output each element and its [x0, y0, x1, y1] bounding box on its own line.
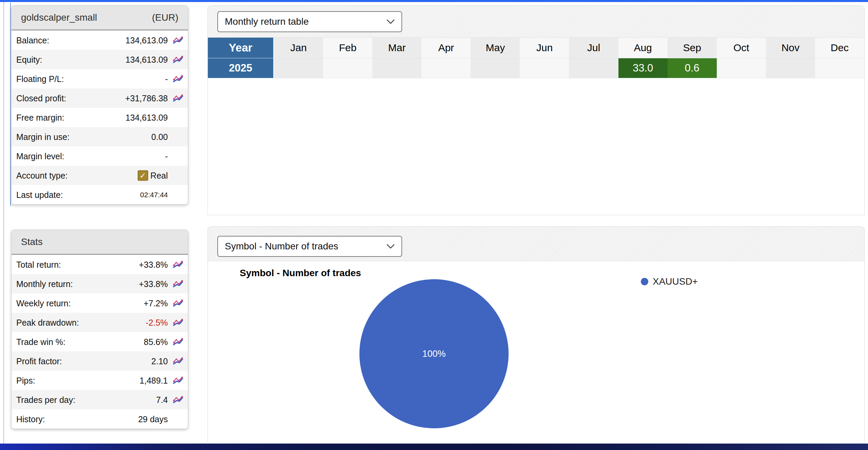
- stats-panel: Stats Total return:+33.8% Monthly return…: [11, 230, 188, 429]
- monthly-return-table: YearJanFebMarAprMayJunJulAugSepOctNovDec…: [208, 38, 864, 78]
- account-row-value: ✓Real: [138, 170, 168, 181]
- stats-panel-header: Stats: [12, 230, 188, 255]
- month-value-cell: [372, 58, 421, 78]
- stats-row-value: +7.2%: [143, 298, 168, 308]
- sparkline-chart-icon[interactable]: [172, 279, 185, 289]
- sparkline-chart-icon[interactable]: [172, 356, 185, 367]
- account-row-value: 134,613.09: [125, 35, 168, 45]
- symbol-chart-panel: Symbol - Number of trades Symbol - Numbe…: [208, 226, 865, 442]
- month-header-cell: Nov: [766, 38, 815, 58]
- page: goldscalper_small (EUR) Balance:134,613.…: [0, 0, 868, 450]
- account-row-label: Margin level:: [16, 151, 64, 161]
- account-title: goldscalper_small: [21, 12, 97, 23]
- stats-row-label: Total return:: [16, 260, 61, 269]
- stats-row: Weekly return:+7.2%: [12, 293, 188, 313]
- account-panel-header: goldscalper_small (EUR): [12, 6, 188, 30]
- legend-item[interactable]: XAUUSD+: [641, 276, 698, 287]
- chevron-down-icon: [387, 244, 395, 249]
- stats-row-label: Trade win %:: [16, 337, 65, 347]
- month-value-cell: [471, 58, 520, 78]
- table-header-row: YearJanFebMarAprMayJunJulAugSepOctNovDec: [208, 38, 864, 58]
- month-header-cell: Jan: [274, 38, 323, 58]
- stats-row-label: Weekly return:: [16, 298, 71, 308]
- bottom-bar: [0, 444, 868, 450]
- account-row: Margin in use:0.00: [12, 127, 188, 146]
- stats-row-value: 29 days: [138, 414, 168, 424]
- symbol-panel-toolbar: Symbol - Number of trades: [208, 227, 864, 261]
- monthly-panel-toolbar: Monthly return table: [208, 6, 864, 38]
- account-row: Closed profit:+31,786.38: [12, 88, 188, 108]
- sparkline-chart-icon[interactable]: [172, 35, 185, 46]
- icon-placeholder: [172, 112, 185, 123]
- sparkline-chart-icon[interactable]: [172, 394, 185, 405]
- stats-row-label: Monthly return:: [16, 279, 73, 289]
- sparkline-chart-icon[interactable]: [172, 93, 185, 104]
- stats-rows: Total return:+33.8% Monthly return:+33.8…: [12, 255, 188, 429]
- sparkline-chart-icon[interactable]: [172, 74, 185, 84]
- stats-row: Pips:1,489.1: [12, 371, 188, 390]
- month-value-cell: [274, 58, 323, 78]
- month-value-cell: 0.6: [668, 58, 717, 78]
- real-account-checkbox: ✓: [138, 170, 148, 181]
- stats-row: History:29 days: [12, 409, 188, 429]
- month-value-cell: 33.0: [618, 58, 668, 78]
- stats-row-value: 85.6%: [144, 337, 168, 347]
- account-rows: Balance:134,613.09 Equity:134,613.09 Flo…: [12, 30, 188, 204]
- stats-row-value: 2.10: [151, 356, 168, 366]
- month-value-cell: [421, 58, 471, 78]
- sparkline-chart-icon[interactable]: [172, 54, 185, 65]
- month-value-cell: [520, 58, 569, 78]
- account-row: Equity:134,613.09: [12, 50, 188, 69]
- account-row-label: Last update:: [16, 190, 63, 200]
- month-header-cell: Jul: [569, 38, 618, 58]
- stats-row-value: +33.8%: [139, 260, 168, 269]
- monthly-view-select[interactable]: Monthly return table: [217, 11, 402, 32]
- month-header-cell: Feb: [323, 38, 372, 58]
- monthly-return-panel: Monthly return table YearJanFebMarAprMay…: [208, 5, 865, 215]
- sparkline-chart-icon[interactable]: [172, 375, 185, 386]
- month-header-cell: Dec: [815, 38, 864, 58]
- symbol-view-select[interactable]: Symbol - Number of trades: [217, 236, 402, 257]
- month-value-cell: [717, 58, 766, 78]
- legend-label: XAUUSD+: [653, 276, 698, 287]
- sparkline-chart-icon[interactable]: [172, 317, 185, 328]
- stats-row-label: Profit factor:: [16, 356, 62, 366]
- pie-chart-area: Symbol - Number of trades 100% XAUUSD+: [208, 261, 864, 442]
- account-currency: (EUR): [152, 12, 178, 23]
- account-row-value: 0.00: [151, 132, 168, 142]
- account-row-label: Balance:: [16, 35, 49, 45]
- account-row-label: Free margin:: [16, 112, 64, 122]
- stats-row: Peak drawdown:-2.5%: [12, 313, 188, 332]
- account-row: Balance:134,613.09: [12, 30, 188, 50]
- icon-placeholder: [172, 189, 185, 200]
- stats-row-label: History:: [16, 414, 45, 424]
- pie-chart-slice[interactable]: 100%: [359, 279, 509, 428]
- symbol-view-select-value: Symbol - Number of trades: [225, 241, 338, 252]
- monthly-view-select-value: Monthly return table: [225, 16, 309, 27]
- icon-placeholder: [172, 414, 185, 425]
- month-header-cell: Apr: [421, 38, 471, 58]
- sparkline-chart-icon[interactable]: [172, 336, 185, 347]
- account-row-value: 134,613.09: [125, 55, 168, 64]
- account-panel-outline-line: [10, 3, 11, 206]
- sparkline-chart-icon[interactable]: [172, 298, 185, 309]
- chart-title: Symbol - Number of trades: [208, 268, 393, 279]
- month-header-cell: May: [471, 38, 520, 58]
- stats-row-label: Pips:: [16, 375, 35, 385]
- account-row: Margin level:-: [12, 146, 188, 166]
- account-row: Last update:02:47:44: [12, 185, 188, 204]
- stats-row-label: Peak drawdown:: [16, 318, 79, 327]
- account-row-value: 02:47:44: [140, 191, 168, 199]
- account-row-value: +31,786.38: [125, 93, 168, 103]
- month-header-cell: Jun: [520, 38, 569, 58]
- account-row-label: Equity:: [16, 55, 42, 64]
- account-row: Free margin:134,613.09: [12, 108, 188, 127]
- month-header-cell: Sep: [668, 38, 717, 58]
- stats-row-value: 1,489.1: [140, 375, 168, 385]
- stats-row-value: -2.5%: [146, 318, 168, 327]
- sparkline-chart-icon[interactable]: [172, 259, 185, 270]
- top-accent-bar: [0, 0, 868, 2]
- month-header-cell: Mar: [372, 38, 421, 58]
- stats-row: Trade win %:85.6%: [12, 332, 188, 351]
- year-header-cell: Year: [208, 38, 274, 58]
